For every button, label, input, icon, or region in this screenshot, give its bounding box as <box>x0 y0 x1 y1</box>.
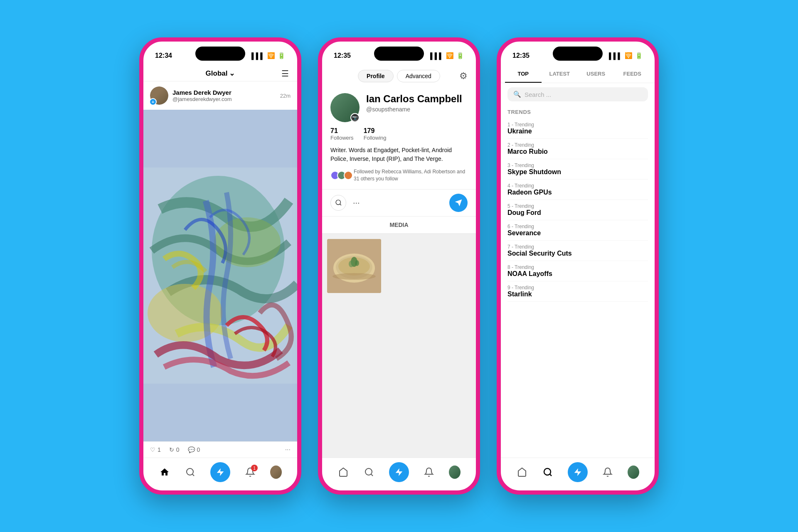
wifi-icon-3: 🛜 <box>625 52 633 59</box>
nav-title-1[interactable]: Global ⌄ <box>206 69 235 78</box>
comment-action[interactable]: 💬 0 <box>188 446 200 453</box>
followed-by: Followed by Rebecca Williams, Adi Robert… <box>330 168 468 182</box>
profile-nav-button[interactable] <box>270 466 282 478</box>
trend-9-name: Starlink <box>507 291 648 298</box>
nav-header-1: Global ⌄ ☰ <box>143 66 297 81</box>
trend-4[interactable]: 4 - Trending Radeon GPUs <box>507 180 648 200</box>
compose-button-2[interactable] <box>389 462 409 482</box>
profile-name: Ian Carlos Campbell <box>366 93 462 105</box>
trend-8[interactable]: 8 - Trending NOAA Layoffs <box>507 261 648 281</box>
notifications-nav-3[interactable] <box>602 466 613 478</box>
search-tabs: TOP LATEST USERS FEEDS <box>501 66 655 83</box>
notifications-nav-2[interactable] <box>423 466 435 478</box>
time-3: 12:35 <box>512 52 530 59</box>
followers-stat: 71 Followers <box>330 127 354 141</box>
trend-7[interactable]: 7 - Trending Social Security Cuts <box>507 241 648 261</box>
search-nav-button[interactable] <box>185 466 196 478</box>
add-story-icon[interactable]: + <box>149 98 157 106</box>
profile-stats: 71 Followers 179 Following <box>330 127 468 141</box>
battery-icon: 🔋 <box>278 52 286 59</box>
trend-9[interactable]: 9 - Trending Starlink <box>507 281 648 302</box>
phone-2: 12:35 ▌▌▌ 🛜 🔋 Profile Advanced ⚙ 📷 Ian C… <box>318 37 480 495</box>
trend-5-label: 5 - Trending <box>507 203 648 209</box>
phone3-content: TOP LATEST USERS FEEDS 🔍 Search ... TREN… <box>501 66 655 490</box>
svg-point-15 <box>355 260 359 266</box>
like-action[interactable]: ♡ 1 <box>150 446 161 453</box>
repost-icon: ↻ <box>169 446 174 453</box>
svg-point-16 <box>365 468 372 475</box>
time-2: 12:35 <box>334 52 351 59</box>
trend-3[interactable]: 3 - Trending Skype Shutdown <box>507 159 648 180</box>
filter-icon[interactable]: ☰ <box>281 69 289 79</box>
tab-users[interactable]: USERS <box>578 66 614 83</box>
profile-nav-3[interactable] <box>628 466 639 478</box>
home-nav-3[interactable] <box>516 466 528 478</box>
status-icons-1: ▌▌▌ 🛜 🔋 <box>251 52 286 59</box>
more-options-button[interactable]: ··· <box>353 198 360 207</box>
battery-icon-2: 🔋 <box>456 52 464 59</box>
home-nav-button[interactable] <box>159 466 170 478</box>
nav-avatar-3 <box>628 466 639 479</box>
compose-button[interactable] <box>210 462 230 482</box>
home-nav-2[interactable] <box>337 466 349 478</box>
bottom-nav-2 <box>322 458 476 490</box>
phone-1: 12:34 ▌▌▌ 🛜 🔋 Global ⌄ ☰ + <box>139 37 301 495</box>
profile-nav-2[interactable] <box>449 466 461 478</box>
settings-icon[interactable]: ⚙ <box>459 71 468 81</box>
search-nav-3[interactable] <box>542 466 554 478</box>
dynamic-island-2 <box>374 47 424 61</box>
svg-line-5 <box>192 474 194 476</box>
search-nav-2[interactable] <box>363 466 375 478</box>
following-count: 179 <box>364 127 387 135</box>
like-count: 1 <box>158 446 161 453</box>
post-card: + James Derek Dwyer @jamesderekdwyer.com… <box>143 81 297 458</box>
more-icon[interactable]: ··· <box>285 446 291 453</box>
media-items <box>322 234 476 298</box>
repost-count: 0 <box>176 446 180 453</box>
svg-point-18 <box>544 468 551 475</box>
tab-top[interactable]: TOP <box>505 66 542 83</box>
followers-count: 71 <box>330 127 354 135</box>
trend-8-name: NOAA Layoffs <box>507 270 648 278</box>
search-profile-button[interactable] <box>330 195 346 211</box>
post-time: 22m <box>280 93 291 99</box>
follow-button[interactable] <box>449 194 468 212</box>
comment-count: 0 <box>197 446 200 453</box>
post-handle: @jamesderekdwyer.com <box>172 96 276 102</box>
search-input[interactable]: Search ... <box>525 91 551 98</box>
wifi-icon-2: 🛜 <box>446 52 454 59</box>
wifi-icon: 🛜 <box>267 52 275 59</box>
notifications-button[interactable]: 1 <box>244 466 256 478</box>
phone-3: 12:35 ▌▌▌ 🛜 🔋 TOP LATEST USERS FEEDS 🔍 S… <box>497 37 659 495</box>
svg-point-12 <box>332 273 376 280</box>
signal-icon-2: ▌▌▌ <box>430 52 443 59</box>
advanced-tab-button[interactable]: Advanced <box>397 70 440 82</box>
svg-line-7 <box>340 204 341 205</box>
trend-8-label: 8 - Trending <box>507 264 648 270</box>
media-thumb-1[interactable] <box>327 239 381 293</box>
tab-latest[interactable]: LATEST <box>542 66 578 83</box>
trend-2[interactable]: 2 - Trending Marco Rubio <box>507 139 648 159</box>
trend-7-label: 7 - Trending <box>507 244 648 250</box>
profile-tab-button[interactable]: Profile <box>358 70 394 82</box>
tab-feeds[interactable]: FEEDS <box>614 66 651 83</box>
compose-button-3[interactable] <box>568 462 588 482</box>
repost-action[interactable]: ↻ 0 <box>169 446 180 453</box>
trend-1-name: Ukraine <box>507 128 648 135</box>
trend-5[interactable]: 5 - Trending Doug Ford <box>507 200 648 220</box>
trend-1[interactable]: 1 - Trending Ukraine <box>507 118 648 139</box>
avatar-wrap: + <box>150 86 168 105</box>
media-tab[interactable]: MEDIA <box>322 217 476 234</box>
phone1-content: Global ⌄ ☰ + James Derek Dwyer @jamesder… <box>143 66 297 490</box>
follower-avatars <box>330 171 350 180</box>
trend-1-label: 1 - Trending <box>507 122 648 128</box>
profile-top: 📷 Ian Carlos Campbell @soupsthename <box>330 93 468 122</box>
media-grid <box>322 234 476 458</box>
trend-2-name: Marco Rubio <box>507 148 648 155</box>
phone2-content: Profile Advanced ⚙ 📷 Ian Carlos Campbell… <box>322 66 476 490</box>
search-input-wrap[interactable]: 🔍 Search ... <box>507 87 648 101</box>
trend-6[interactable]: 6 - Trending Severance <box>507 220 648 241</box>
trend-5-name: Doug Ford <box>507 209 648 217</box>
dynamic-island-3 <box>553 47 603 61</box>
post-actions: ♡ 1 ↻ 0 💬 0 ··· <box>143 441 297 458</box>
